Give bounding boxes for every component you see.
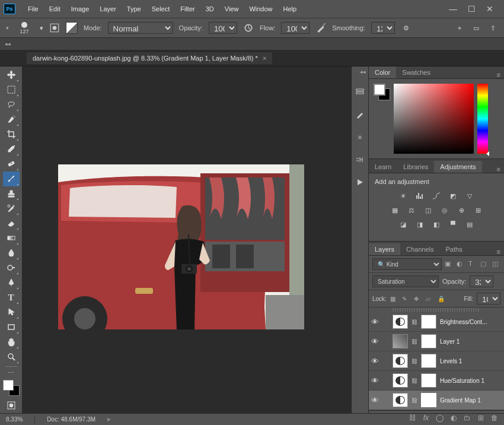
lasso-tool[interactable]	[3, 97, 20, 112]
smoothing-select[interactable]: 12%	[371, 22, 395, 34]
visibility-icon[interactable]: 👁	[371, 357, 379, 366]
link-icon[interactable]: ⛓	[412, 338, 417, 345]
visibility-icon[interactable]: 👁	[371, 337, 379, 346]
pressure-opacity-icon[interactable]	[243, 23, 254, 33]
gradient-map-icon[interactable]: ▀	[448, 220, 458, 229]
tab-paths[interactable]: Paths	[440, 243, 468, 255]
color-field[interactable]	[394, 84, 474, 154]
layer-thumb[interactable]	[393, 315, 408, 329]
layer-name[interactable]: Levels 1	[440, 358, 502, 364]
pen-tool[interactable]	[3, 275, 20, 290]
marquee-tool[interactable]	[3, 83, 20, 97]
layers-panel-menu-icon[interactable]: ≡	[493, 248, 504, 255]
threshold-icon[interactable]: ◧	[431, 220, 442, 229]
menu-layer[interactable]: Layer	[94, 0, 122, 18]
link-layers-icon[interactable]: ⛓	[409, 414, 416, 422]
layer-thumb[interactable]	[393, 354, 408, 368]
filter-shape-icon[interactable]: ▢	[480, 260, 489, 268]
exposure-icon[interactable]: ◩	[448, 191, 458, 201]
edit-toolbar-icon[interactable]: ⋯	[3, 369, 20, 378]
smoothing-gear-icon[interactable]: ⚙	[401, 23, 412, 33]
paragraph-panel-icon[interactable]: ≡	[355, 132, 365, 142]
gradient-tool[interactable]	[3, 231, 20, 246]
brush-tool[interactable]	[3, 172, 20, 186]
add-mask-icon[interactable]: ◯	[436, 414, 444, 422]
visibility-icon[interactable]: 👁	[371, 396, 379, 405]
brush-panel-icon[interactable]	[49, 23, 60, 33]
window-close-icon[interactable]: ✕	[486, 4, 493, 14]
canvas-area[interactable]	[23, 66, 351, 413]
menu-filter[interactable]: Filter	[175, 0, 200, 18]
selective-color-icon[interactable]: ▤	[464, 220, 475, 229]
opacity-select[interactable]: 100%	[209, 22, 237, 34]
blur-tool[interactable]	[3, 246, 20, 261]
delete-layer-icon[interactable]: 🗑	[491, 414, 498, 422]
layer-thumb[interactable]	[393, 373, 408, 388]
invert-icon[interactable]: ◪	[398, 220, 409, 229]
window-maximize-icon[interactable]: ☐	[468, 4, 476, 14]
brush-settings-panel-icon[interactable]	[355, 109, 365, 120]
menu-select[interactable]: Select	[146, 0, 176, 18]
color-balance-icon[interactable]: ⚖	[406, 205, 417, 215]
menu-help[interactable]: Help	[278, 0, 302, 18]
posterize-icon[interactable]: ◨	[414, 220, 425, 229]
blend-mode-icon[interactable]	[66, 22, 78, 34]
menu-3d[interactable]: 3D	[200, 0, 219, 18]
tab-learn[interactable]: Learn	[369, 161, 397, 173]
stamp-tool[interactable]	[3, 186, 20, 201]
share-icon[interactable]: ⇪	[487, 23, 498, 33]
history-panel-icon[interactable]	[355, 87, 365, 97]
tool-preset-chevron-icon[interactable]: ▾	[6, 25, 9, 31]
layer-row[interactable]: 👁 ⛓ Layer 1	[369, 332, 504, 351]
link-icon[interactable]: ⛓	[412, 358, 417, 364]
color-panel-swatches[interactable]	[374, 84, 390, 100]
quick-select-tool[interactable]	[3, 112, 20, 127]
window-minimize-icon[interactable]: —	[449, 4, 457, 14]
expand-chevron-icon[interactable]: ◂◂	[5, 41, 12, 47]
lock-pixels-icon[interactable]: ✎	[402, 296, 410, 302]
tab-adjustments[interactable]: Adjustments	[434, 161, 482, 173]
channel-mixer-icon[interactable]: ⊕	[456, 205, 467, 215]
tab-libraries[interactable]: Libraries	[397, 161, 434, 173]
airbrush-icon[interactable]	[315, 23, 326, 33]
eraser-tool[interactable]	[3, 216, 20, 231]
vibrance-icon[interactable]: ▽	[464, 191, 475, 201]
new-layer-icon[interactable]: ⊞	[478, 414, 484, 422]
move-tool[interactable]	[3, 68, 20, 83]
layer-mask-thumb[interactable]	[421, 315, 436, 329]
layer-mask-thumb[interactable]	[421, 393, 436, 407]
black-white-icon[interactable]: ◫	[423, 205, 433, 215]
layer-row[interactable]: 👁 ⛓ Hue/Saturation 1	[369, 371, 504, 391]
flow-select[interactable]: 100%	[281, 22, 310, 34]
layer-thumb[interactable]	[393, 393, 408, 407]
adj-panel-menu-icon[interactable]: ≡	[493, 166, 504, 173]
layer-mask-thumb[interactable]	[421, 334, 436, 348]
character-panel-icon[interactable]	[355, 154, 365, 165]
filter-smart-icon[interactable]: ◫	[492, 260, 500, 268]
visibility-icon[interactable]: 👁	[371, 376, 379, 385]
status-zoom[interactable]: 8.33%	[6, 416, 23, 423]
layer-filter-select[interactable]: 🔍 Kind	[372, 258, 442, 270]
crop-tool[interactable]	[3, 127, 20, 142]
status-chevron-icon[interactable]: ▶	[107, 417, 111, 422]
curves-icon[interactable]	[431, 191, 442, 201]
layer-row[interactable]: 👁 ⛓ Brightness/Cont...	[369, 312, 504, 332]
lock-artboard-icon[interactable]: ▱	[426, 296, 434, 302]
hand-tool[interactable]	[3, 335, 20, 350]
photo-filter-icon[interactable]: ◎	[439, 205, 450, 215]
layer-thumb[interactable]	[393, 334, 408, 348]
layer-row[interactable]: 👁 ⛓ Levels 1	[369, 351, 504, 371]
panel-expand-icon[interactable]: ◂◂	[360, 69, 368, 75]
blend-mode-select[interactable]: Saturation	[372, 275, 439, 287]
brush-preview[interactable]: 127	[15, 22, 34, 34]
type-tool[interactable]: T	[3, 290, 20, 305]
layer-name[interactable]: Layer 1	[440, 338, 502, 345]
menu-edit[interactable]: Edit	[44, 0, 66, 18]
tab-swatches[interactable]: Swatches	[396, 66, 436, 78]
healing-tool[interactable]	[3, 157, 20, 172]
visibility-icon[interactable]: 👁	[371, 318, 379, 326]
link-icon[interactable]: ⛓	[412, 397, 417, 404]
lock-all-icon[interactable]: 🔒	[438, 296, 446, 302]
layer-name[interactable]: Gradient Map 1	[440, 397, 502, 404]
eyedropper-tool[interactable]	[3, 142, 20, 157]
